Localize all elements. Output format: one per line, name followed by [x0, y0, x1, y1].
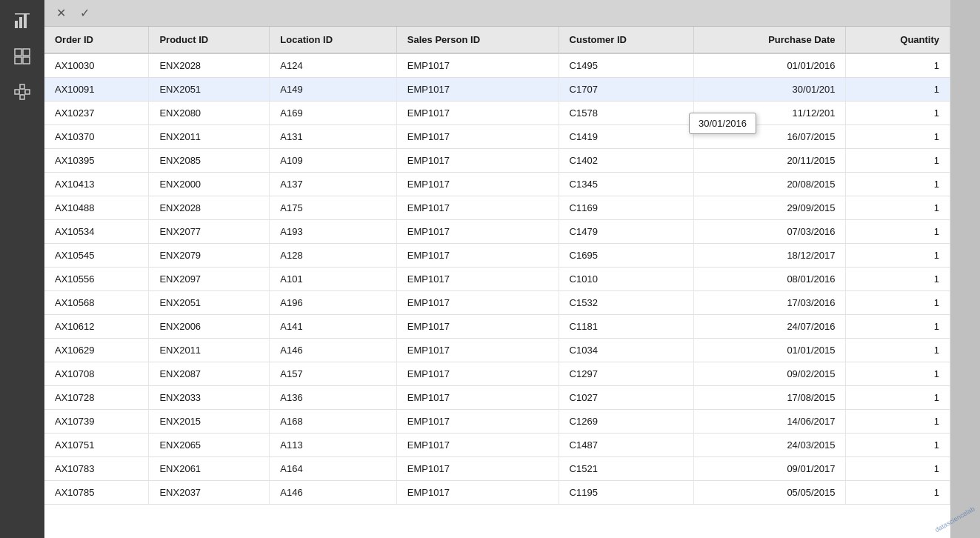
- data-table-container[interactable]: Order ID Product ID Location ID Sales Pe…: [44, 27, 950, 538]
- cell-location_id: A146: [270, 481, 397, 505]
- cell-order_id: AX10708: [44, 362, 149, 386]
- cell-sales_person_id: EMP1017: [396, 457, 559, 481]
- cell-purchase_date: 20/11/2015: [694, 149, 846, 173]
- cell-purchase_date: 11/12/201: [694, 102, 846, 125]
- table-row[interactable]: AX10785ENX2037A146EMP1017C119505/05/2015…: [44, 481, 950, 505]
- table-row[interactable]: AX10413ENX2000A137EMP1017C134520/08/2015…: [44, 173, 950, 196]
- cell-order_id: AX10534: [44, 220, 149, 244]
- cell-product_id: ENX2033: [149, 386, 270, 410]
- svg-rect-2: [24, 14, 27, 28]
- cell-customer_id: C1010: [559, 268, 694, 291]
- col-header-location-id: Location ID: [270, 27, 397, 53]
- table-row[interactable]: AX10629ENX2011A146EMP1017C103401/01/2015…: [44, 339, 950, 362]
- cell-order_id: AX10739: [44, 410, 149, 434]
- cell-purchase_date: 01/01/2015: [694, 339, 846, 362]
- cell-purchase_date: 01/01/2016: [694, 53, 846, 78]
- cell-product_id: ENX2061: [149, 457, 270, 481]
- cell-quantity: 1: [846, 268, 950, 291]
- cell-location_id: A131: [270, 125, 397, 149]
- main-panel: ✕ ✓ Order ID Product ID Location ID Sale…: [44, 0, 950, 538]
- table-row[interactable]: AX10237ENX2080A169EMP1017C157811/12/2011: [44, 102, 950, 125]
- cell-order_id: AX10751: [44, 434, 149, 457]
- table-header-row: Order ID Product ID Location ID Sales Pe…: [44, 27, 950, 53]
- table-row[interactable]: AX10612ENX2006A141EMP1017C118124/07/2016…: [44, 315, 950, 339]
- cell-location_id: A196: [270, 291, 397, 315]
- cell-customer_id: C1181: [559, 315, 694, 339]
- cell-purchase_date: 14/06/2017: [694, 410, 846, 434]
- cell-purchase_date: 05/05/2015: [694, 481, 846, 505]
- cell-quantity: 1: [846, 291, 950, 315]
- table-row[interactable]: AX10091ENX2051A149EMP1017C170730/01/2011: [44, 78, 950, 102]
- cell-purchase_date: 29/09/2015: [694, 196, 846, 220]
- cell-order_id: AX10091: [44, 78, 149, 102]
- cell-quantity: 1: [846, 149, 950, 173]
- cell-quantity: 1: [846, 434, 950, 457]
- cell-sales_person_id: EMP1017: [396, 149, 559, 173]
- cancel-button[interactable]: ✕: [50, 3, 71, 24]
- table-row[interactable]: AX10783ENX2061A164EMP1017C152109/01/2017…: [44, 457, 950, 481]
- cell-sales_person_id: EMP1017: [396, 291, 559, 315]
- cell-product_id: ENX2079: [149, 244, 270, 268]
- table-row[interactable]: AX10395ENX2085A109EMP1017C140220/11/2015…: [44, 149, 950, 173]
- svg-rect-6: [15, 57, 21, 64]
- cell-sales_person_id: EMP1017: [396, 102, 559, 125]
- cell-product_id: ENX2015: [149, 410, 270, 434]
- cell-customer_id: C1402: [559, 149, 694, 173]
- cell-customer_id: C1195: [559, 481, 694, 505]
- cell-product_id: ENX2085: [149, 149, 270, 173]
- cell-location_id: A113: [270, 434, 397, 457]
- cell-sales_person_id: EMP1017: [396, 362, 559, 386]
- table-row[interactable]: AX10370ENX2011A131EMP1017C141916/07/2015…: [44, 125, 950, 149]
- cell-purchase_date: 24/03/2015: [694, 434, 846, 457]
- grid-icon[interactable]: [7, 41, 37, 71]
- table-row[interactable]: AX10488ENX2028A175EMP1017C116929/09/2015…: [44, 196, 950, 220]
- cell-sales_person_id: EMP1017: [396, 196, 559, 220]
- cell-customer_id: C1297: [559, 362, 694, 386]
- confirm-button[interactable]: ✓: [74, 3, 95, 24]
- cell-sales_person_id: EMP1017: [396, 173, 559, 196]
- cell-order_id: AX10413: [44, 173, 149, 196]
- table-row[interactable]: AX10545ENX2079A128EMP1017C169518/12/2017…: [44, 244, 950, 268]
- cell-purchase_date: 20/08/2015: [694, 173, 846, 196]
- cell-location_id: A128: [270, 244, 397, 268]
- cell-customer_id: C1532: [559, 291, 694, 315]
- cell-order_id: AX10612: [44, 315, 149, 339]
- table-row[interactable]: AX10556ENX2097A101EMP1017C101008/01/2016…: [44, 268, 950, 291]
- cell-order_id: AX10237: [44, 102, 149, 125]
- cell-quantity: 1: [846, 102, 950, 125]
- cell-customer_id: C1027: [559, 386, 694, 410]
- cell-quantity: 1: [846, 244, 950, 268]
- cell-customer_id: C1034: [559, 339, 694, 362]
- svg-rect-11: [20, 95, 24, 99]
- cell-location_id: A164: [270, 457, 397, 481]
- chart-icon[interactable]: [7, 6, 37, 36]
- cell-customer_id: C1479: [559, 220, 694, 244]
- cell-order_id: AX10030: [44, 53, 149, 78]
- cell-purchase_date: 07/03/2016: [694, 220, 846, 244]
- table-row[interactable]: AX10568ENX2051A196EMP1017C153217/03/2016…: [44, 291, 950, 315]
- cell-location_id: A193: [270, 220, 397, 244]
- cell-purchase_date: 16/07/2015: [694, 125, 846, 149]
- cell-customer_id: C1419: [559, 125, 694, 149]
- table-row[interactable]: AX10751ENX2065A113EMP1017C148724/03/2015…: [44, 434, 950, 457]
- cell-sales_person_id: EMP1017: [396, 481, 559, 505]
- sidebar: [0, 0, 44, 538]
- svg-rect-3: [15, 13, 30, 15]
- right-panel: datasciencelab: [950, 0, 980, 538]
- table-row[interactable]: AX10030ENX2028A124EMP1017C149501/01/2016…: [44, 53, 950, 78]
- cell-sales_person_id: EMP1017: [396, 410, 559, 434]
- cell-purchase_date: 17/08/2015: [694, 386, 846, 410]
- diagram-icon[interactable]: [7, 77, 37, 107]
- cell-product_id: ENX2000: [149, 173, 270, 196]
- cell-product_id: ENX2077: [149, 220, 270, 244]
- cell-location_id: A101: [270, 268, 397, 291]
- cell-purchase_date: 09/02/2015: [694, 362, 846, 386]
- table-row[interactable]: AX10534ENX2077A193EMP1017C147907/03/2016…: [44, 220, 950, 244]
- table-row[interactable]: AX10728ENX2033A136EMP1017C102717/08/2015…: [44, 386, 950, 410]
- toolbar: ✕ ✓: [44, 0, 950, 27]
- svg-rect-0: [15, 21, 18, 28]
- cell-product_id: ENX2080: [149, 102, 270, 125]
- table-row[interactable]: AX10708ENX2087A157EMP1017C129709/02/2015…: [44, 362, 950, 386]
- table-row[interactable]: AX10739ENX2015A168EMP1017C126914/06/2017…: [44, 410, 950, 434]
- cell-customer_id: C1521: [559, 457, 694, 481]
